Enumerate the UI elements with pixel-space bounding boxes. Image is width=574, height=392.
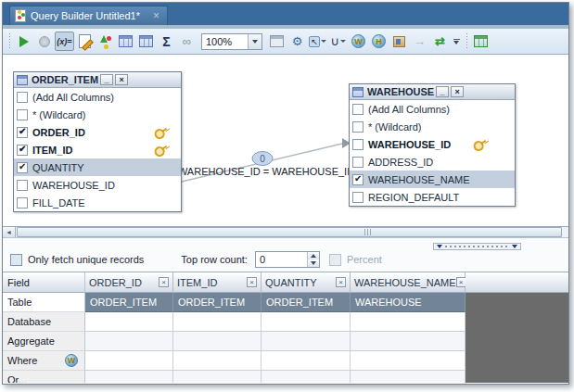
- checkbox[interactable]: [17, 109, 28, 120]
- grid-cell[interactable]: [85, 312, 173, 332]
- tab-close-icon[interactable]: ×: [153, 11, 159, 20]
- checkbox[interactable]: [352, 192, 364, 203]
- aggregates-button[interactable]: Σ: [157, 32, 176, 51]
- grid-cell[interactable]: [261, 312, 351, 332]
- checkbox[interactable]: [17, 180, 28, 191]
- column-row-warehouse-id[interactable]: WAREHOUSE_ID: [14, 176, 181, 194]
- tools-button[interactable]: ⚙: [287, 32, 307, 51]
- grid-cell[interactable]: [261, 351, 351, 371]
- stop-button[interactable]: [34, 32, 54, 51]
- column-row-quantity[interactable]: QUANTITY: [14, 158, 181, 176]
- column-row-add-all[interactable]: (Add All Columns): [14, 88, 181, 106]
- checkbox[interactable]: [17, 197, 28, 209]
- checkbox[interactable]: [352, 174, 364, 185]
- zoom-combo[interactable]: 100%: [201, 33, 262, 50]
- tab-query-builder[interactable]: Query Builder Untitled1* ×: [9, 6, 168, 25]
- column-row-fill-date[interactable]: FILL_DATE: [14, 194, 181, 211]
- function-variables-button[interactable]: (x)=: [55, 32, 74, 51]
- grid-cell[interactable]: [351, 371, 466, 383]
- toolbar-overflow-button[interactable]: [451, 32, 462, 51]
- collapse-down-icon: [437, 245, 442, 248]
- column-header-item-id[interactable]: ITEM_ID×: [173, 272, 261, 293]
- export-results-button[interactable]: [471, 32, 491, 51]
- checkbox[interactable]: [17, 127, 28, 138]
- minimize-button[interactable]: _: [100, 74, 113, 85]
- forward-button[interactable]: →: [410, 32, 429, 51]
- column-header-quantity[interactable]: QUANTITY×: [261, 272, 351, 293]
- grid-cell[interactable]: [351, 312, 466, 332]
- grid-cell[interactable]: [85, 332, 173, 351]
- spinner-down-button[interactable]: [308, 259, 319, 267]
- top-row-count-value[interactable]: 0: [256, 252, 307, 267]
- grid-cell[interactable]: [351, 351, 466, 371]
- grid-cell-table-quantity[interactable]: ORDER_ITEM: [261, 293, 351, 312]
- splitter-collapse-handle[interactable]: [433, 243, 521, 250]
- row-header-where: WhereW: [3, 351, 85, 371]
- form-view-button[interactable]: [267, 32, 287, 51]
- add-table-button[interactable]: [116, 32, 135, 51]
- execute-button[interactable]: [14, 32, 33, 51]
- export-results-icon: [474, 35, 488, 47]
- having-clause-button[interactable]: H: [369, 32, 389, 51]
- checkbox[interactable]: [352, 104, 364, 115]
- column-row-warehouse-id[interactable]: WAREHOUSE_ID: [350, 135, 515, 153]
- diagram-horizontal-scrollbar[interactable]: ◄: [3, 226, 568, 238]
- spinner-up-button[interactable]: [308, 252, 319, 259]
- scrollbar-thumb[interactable]: [17, 227, 562, 237]
- grid-cell[interactable]: [173, 312, 261, 332]
- column-row-wildcard[interactable]: * (Wildcard): [350, 118, 515, 135]
- close-button[interactable]: ×: [115, 74, 128, 85]
- unique-records-checkbox[interactable]: [10, 254, 22, 266]
- select-mode-button[interactable]: ↖: [308, 32, 327, 51]
- edit-sql-button[interactable]: [75, 32, 95, 51]
- checkbox[interactable]: [17, 92, 28, 103]
- percent-checkbox[interactable]: [329, 254, 341, 266]
- checkbox[interactable]: [17, 145, 28, 156]
- grid-cell-table-order-id[interactable]: ORDER_ITEM: [85, 293, 173, 312]
- column-row-warehouse-name[interactable]: WAREHOUSE_NAME: [350, 171, 515, 188]
- grid-cell[interactable]: [261, 332, 351, 351]
- grid-cell[interactable]: [85, 371, 173, 383]
- grid-cell[interactable]: [173, 371, 261, 383]
- checkbox[interactable]: [352, 121, 364, 133]
- grid-cell-table-warehouse-name[interactable]: WAREHOUSE: [351, 293, 466, 312]
- minimize-button[interactable]: _: [436, 86, 449, 97]
- column-row-order-id[interactable]: ORDER_ID: [14, 123, 181, 141]
- table-data-button[interactable]: [136, 32, 156, 51]
- top-row-count-spinner[interactable]: 0: [255, 251, 320, 268]
- column-header-order-id[interactable]: ORDER_ID×: [85, 272, 173, 293]
- column-row-item-id[interactable]: ITEM_ID: [14, 141, 181, 158]
- column-row-add-all[interactable]: (Add All Columns): [350, 100, 515, 118]
- close-button[interactable]: ×: [451, 86, 464, 97]
- grid-cell[interactable]: [261, 371, 351, 383]
- checkbox[interactable]: [352, 139, 364, 150]
- zoom-dropdown-button[interactable]: [248, 34, 261, 49]
- where-clause-button[interactable]: W: [349, 32, 368, 51]
- remove-column-icon[interactable]: ×: [456, 277, 466, 287]
- checkbox[interactable]: [352, 157, 364, 168]
- remove-column-icon[interactable]: ×: [336, 277, 346, 287]
- grid-cell[interactable]: [173, 332, 261, 351]
- package-button[interactable]: [389, 32, 409, 51]
- play-icon: [19, 36, 29, 47]
- remove-column-icon[interactable]: ×: [247, 277, 257, 287]
- column-row-wildcard[interactable]: * (Wildcard): [14, 106, 181, 123]
- joins-button[interactable]: ∞: [177, 32, 197, 51]
- grid-cell[interactable]: [351, 332, 466, 351]
- order-item-titlebar[interactable]: ORDER_ITEM _ ×: [14, 72, 181, 88]
- grid-cell[interactable]: [173, 351, 261, 371]
- grid-cell[interactable]: [85, 351, 173, 371]
- scroll-left-button[interactable]: ◄: [3, 227, 16, 237]
- diagram-canvas[interactable]: 0 WAREHOUSE_ID = WAREHOUSE_ID ORDER_ITEM…: [3, 55, 568, 226]
- warehouse-titlebar[interactable]: WAREHOUSE _ ×: [350, 84, 515, 100]
- generate-sql-button[interactable]: ⇄: [430, 32, 450, 51]
- checkbox[interactable]: [17, 162, 28, 173]
- grid-cell-table-item-id[interactable]: ORDER_ITEM: [173, 293, 261, 312]
- column-header-warehouse-name[interactable]: WAREHOUSE_NAME×: [351, 272, 466, 293]
- column-row-address-id[interactable]: ADDRESS_ID: [350, 153, 515, 171]
- tab-bar: Query Builder Untitled1* ×: [3, 3, 568, 25]
- remove-column-icon[interactable]: ×: [159, 277, 169, 287]
- column-row-region-default[interactable]: REGION_DEFAULT: [350, 188, 515, 206]
- union-button[interactable]: ∪: [328, 32, 348, 51]
- auto-layout-button[interactable]: [96, 32, 115, 51]
